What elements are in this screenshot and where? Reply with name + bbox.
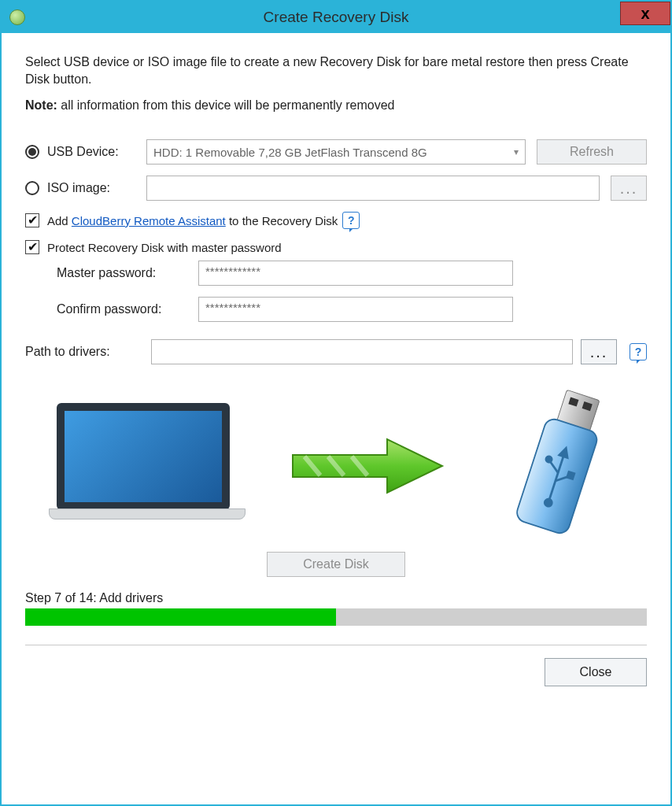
drivers-label: Path to drivers: [25,345,143,359]
usb-device-radio[interactable] [25,145,39,159]
help-icon[interactable]: ? [342,212,360,229]
chevron-down-icon: ▾ [514,146,519,157]
refresh-button[interactable]: Refresh [537,139,647,165]
usb-device-value: HDD: 1 Removable 7,28 GB JetFlash Transc… [153,146,427,159]
svg-point-9 [544,498,552,507]
titlebar: Create Recovery Disk x [2,2,670,33]
create-disk-button[interactable]: Create Disk [267,552,405,577]
add-remote-label: Add CloudBerry Remote Assistant to the R… [47,214,338,227]
arrow-icon [285,434,450,497]
usb-device-label: USB Device: [47,145,146,159]
iso-image-row: ISO image: ... [25,176,647,201]
confirm-password-row: Confirm password: ************ [57,297,647,322]
master-password-label: Master password: [57,266,198,280]
iso-path-input[interactable] [146,176,600,201]
confirm-password-input[interactable]: ************ [198,297,513,322]
content-area: Select USB device or ISO image file to c… [2,33,670,804]
close-button[interactable]: x [620,2,670,25]
svg-point-10 [545,456,552,463]
drivers-input[interactable] [151,339,573,364]
protect-label: Protect Recovery Disk with master passwo… [47,241,282,254]
app-icon [9,9,25,25]
dialog-window: Create Recovery Disk x Select USB device… [0,0,672,806]
iso-image-radio[interactable] [25,181,39,195]
iso-image-label: ISO image: [47,181,146,195]
laptop-icon [49,403,238,529]
confirm-password-label: Confirm password: [57,302,198,316]
progress-step-label: Step 7 of 14: Add drivers [25,591,647,605]
intro-text: Select USB device or ISO image file to c… [25,54,647,87]
note-line: Note: all information from this device w… [25,98,647,113]
drivers-row: Path to drivers: ... ? [25,339,647,364]
protect-checkbox[interactable]: ✔ [25,240,39,254]
usb-drive-icon [497,387,623,545]
drivers-browse-button[interactable]: ... [581,339,617,364]
add-remote-row: ✔ Add CloudBerry Remote Assistant to the… [25,212,647,229]
progress-bar [25,608,647,626]
window-title: Create Recovery Disk [264,9,409,26]
illustration [25,391,647,541]
master-password-row: Master password: ************ [57,261,647,286]
close-dialog-button[interactable]: Close [545,658,647,686]
svg-rect-11 [567,472,574,479]
master-password-input[interactable]: ************ [198,261,513,286]
iso-browse-button[interactable]: ... [611,176,647,201]
note-text: all information from this device will be… [57,98,395,112]
help-icon[interactable]: ? [630,343,647,360]
note-prefix: Note: [25,98,57,112]
add-remote-checkbox[interactable]: ✔ [25,213,39,227]
protect-row: ✔ Protect Recovery Disk with master pass… [25,240,647,254]
remote-assistant-link[interactable]: CloudBerry Remote Assistant [72,214,226,227]
usb-device-select[interactable]: HDD: 1 Removable 7,28 GB JetFlash Transc… [146,139,526,165]
usb-device-row: USB Device: HDD: 1 Removable 7,28 GB Jet… [25,139,647,165]
